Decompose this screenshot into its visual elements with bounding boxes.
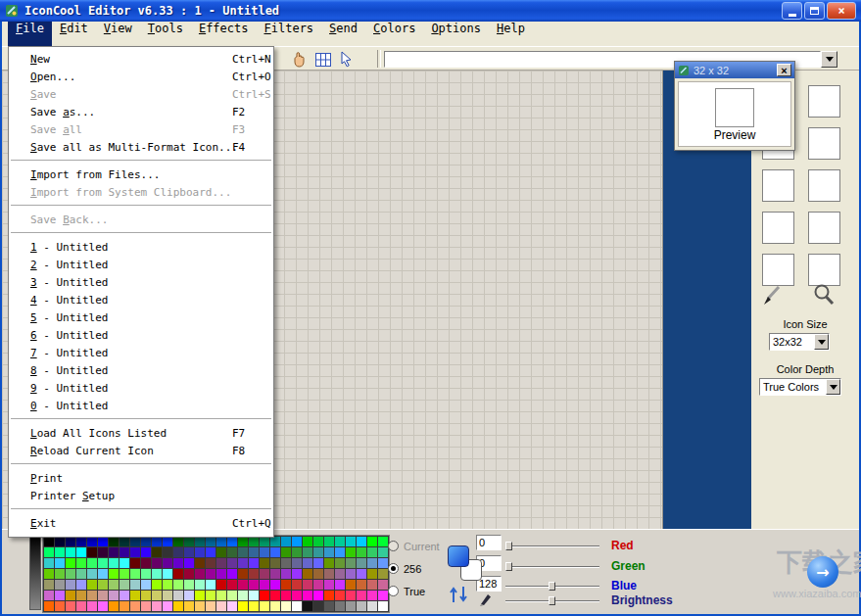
palette-color-swatch[interactable] bbox=[346, 558, 356, 568]
palette-color-swatch[interactable] bbox=[216, 591, 226, 600]
palette-color-swatch[interactable] bbox=[195, 591, 205, 600]
palette-color-swatch[interactable] bbox=[109, 547, 119, 557]
palette-color-swatch[interactable] bbox=[260, 558, 269, 568]
palette-color-swatch[interactable] bbox=[76, 580, 86, 590]
palette-color-swatch[interactable] bbox=[260, 601, 269, 611]
palette-color-swatch[interactable] bbox=[184, 601, 194, 611]
palette-color-swatch[interactable] bbox=[357, 569, 366, 579]
palette-color-swatch[interactable] bbox=[281, 547, 291, 557]
palette-color-swatch[interactable] bbox=[335, 591, 345, 600]
palette-color-swatch[interactable] bbox=[163, 591, 172, 600]
color-depth-select[interactable]: True Colors bbox=[759, 378, 841, 396]
palette-color-swatch[interactable] bbox=[195, 569, 205, 579]
palette-color-swatch[interactable] bbox=[120, 580, 129, 590]
magnifier-tool-button[interactable] bbox=[811, 282, 837, 309]
slider-thumb[interactable] bbox=[505, 542, 512, 550]
palette-color-swatch[interactable] bbox=[270, 580, 280, 590]
palette-color-swatch[interactable] bbox=[260, 537, 269, 546]
palette-color-swatch[interactable] bbox=[357, 537, 366, 546]
palette-color-swatch[interactable] bbox=[120, 558, 129, 568]
palette-color-swatch[interactable] bbox=[87, 591, 97, 600]
palette-color-swatch[interactable] bbox=[238, 601, 248, 611]
palette-color-swatch[interactable] bbox=[249, 569, 259, 579]
menu-item-import-from-files[interactable]: Import from Files... bbox=[9, 166, 273, 184]
palette-color-swatch[interactable] bbox=[335, 601, 345, 611]
menu-item-6-untitled[interactable]: 6 - Untitled bbox=[9, 327, 273, 345]
slider-track[interactable] bbox=[505, 545, 599, 547]
palette-color-swatch[interactable] bbox=[130, 591, 140, 600]
slider-thumb[interactable] bbox=[505, 562, 512, 571]
palette-color-swatch[interactable] bbox=[44, 558, 54, 568]
palette-color-swatch[interactable] bbox=[367, 591, 377, 600]
palette-color-swatch[interactable] bbox=[260, 569, 269, 579]
menubar-item-effects[interactable]: Effects bbox=[191, 22, 257, 46]
palette-color-swatch[interactable] bbox=[249, 601, 259, 611]
palette-color-swatch[interactable] bbox=[303, 591, 312, 600]
palette-color-swatch[interactable] bbox=[44, 580, 54, 590]
palette-color-swatch[interactable] bbox=[173, 569, 183, 579]
palette-color-swatch[interactable] bbox=[120, 569, 129, 579]
palette-color-swatch[interactable] bbox=[87, 547, 97, 557]
palette-color-swatch[interactable] bbox=[378, 580, 388, 590]
palette-color-swatch[interactable] bbox=[238, 537, 248, 546]
palette-color-swatch[interactable] bbox=[378, 601, 388, 611]
palette-color-swatch[interactable] bbox=[313, 537, 323, 546]
palette-color-swatch[interactable] bbox=[66, 537, 75, 546]
palette-color-swatch[interactable] bbox=[55, 537, 65, 546]
palette-color-swatch[interactable] bbox=[120, 537, 129, 546]
title-bar[interactable]: IconCool Editor v6.33 : 1 - Untitled × bbox=[0, 0, 861, 22]
palette-color-swatch[interactable] bbox=[270, 591, 280, 600]
palette-color-swatch[interactable] bbox=[76, 591, 86, 600]
palette-color-swatch[interactable] bbox=[227, 558, 237, 568]
palette-color-swatch[interactable] bbox=[270, 558, 280, 568]
palette-color-swatch[interactable] bbox=[130, 601, 140, 611]
menu-item-3-untitled[interactable]: 3 - Untitled bbox=[9, 274, 273, 292]
palette-color-swatch[interactable] bbox=[109, 580, 119, 590]
menu-item-new[interactable]: NewCtrl+N bbox=[9, 51, 273, 69]
palette-color-swatch[interactable] bbox=[216, 558, 226, 568]
palette-color-swatch[interactable] bbox=[173, 591, 183, 600]
palette-color-swatch[interactable] bbox=[55, 591, 65, 600]
palette-color-swatch[interactable] bbox=[109, 537, 119, 546]
palette-color-swatch[interactable] bbox=[378, 569, 388, 579]
palette-color-swatch[interactable] bbox=[249, 537, 259, 546]
palette-color-swatch[interactable] bbox=[163, 547, 172, 557]
palette-color-swatch[interactable] bbox=[66, 569, 75, 579]
palette-color-swatch[interactable] bbox=[367, 601, 377, 611]
menubar-item-options[interactable]: Options bbox=[423, 22, 489, 46]
palette-color-swatch[interactable] bbox=[44, 601, 54, 611]
palette-color-swatch[interactable] bbox=[313, 569, 323, 579]
palette-color-swatch[interactable] bbox=[249, 558, 259, 568]
palette-color-swatch[interactable] bbox=[367, 558, 377, 568]
palette-color-swatch[interactable] bbox=[152, 580, 162, 590]
brush-tool-button[interactable] bbox=[758, 282, 784, 309]
menu-item-exit[interactable]: ExitCtrl+Q bbox=[9, 515, 273, 533]
palette-color-swatch[interactable] bbox=[346, 591, 356, 600]
palette-color-swatch[interactable] bbox=[141, 580, 151, 590]
palette-color-swatch[interactable] bbox=[324, 537, 334, 546]
palette-color-swatch[interactable] bbox=[195, 537, 205, 546]
palette-color-swatch[interactable] bbox=[227, 569, 237, 579]
menu-item-4-untitled[interactable]: 4 - Untitled bbox=[9, 292, 273, 309]
palette-color-swatch[interactable] bbox=[152, 601, 162, 611]
palette-color-swatch[interactable] bbox=[313, 558, 323, 568]
palette-color-swatch[interactable] bbox=[184, 558, 194, 568]
palette-color-swatch[interactable] bbox=[87, 601, 97, 611]
palette-color-swatch[interactable] bbox=[357, 580, 366, 590]
palette-color-swatch[interactable] bbox=[130, 569, 140, 579]
palette-color-swatch[interactable] bbox=[324, 601, 334, 611]
palette-color-swatch[interactable] bbox=[270, 569, 280, 579]
palette-color-swatch[interactable] bbox=[292, 580, 302, 590]
palette-color-swatch[interactable] bbox=[130, 580, 140, 590]
palette-color-swatch[interactable] bbox=[206, 580, 215, 590]
palette-color-swatch[interactable] bbox=[76, 558, 86, 568]
palette-color-swatch[interactable] bbox=[367, 569, 377, 579]
palette-color-swatch[interactable] bbox=[55, 547, 65, 557]
menubar-item-edit[interactable]: Edit bbox=[52, 22, 96, 46]
icon-frame-slot[interactable] bbox=[808, 127, 840, 160]
palette-color-swatch[interactable] bbox=[130, 547, 140, 557]
palette-color-swatch[interactable] bbox=[260, 580, 269, 590]
palette-color-swatch[interactable] bbox=[98, 601, 108, 611]
palette-color-swatch[interactable] bbox=[87, 580, 97, 590]
palette-color-swatch[interactable] bbox=[184, 591, 194, 600]
